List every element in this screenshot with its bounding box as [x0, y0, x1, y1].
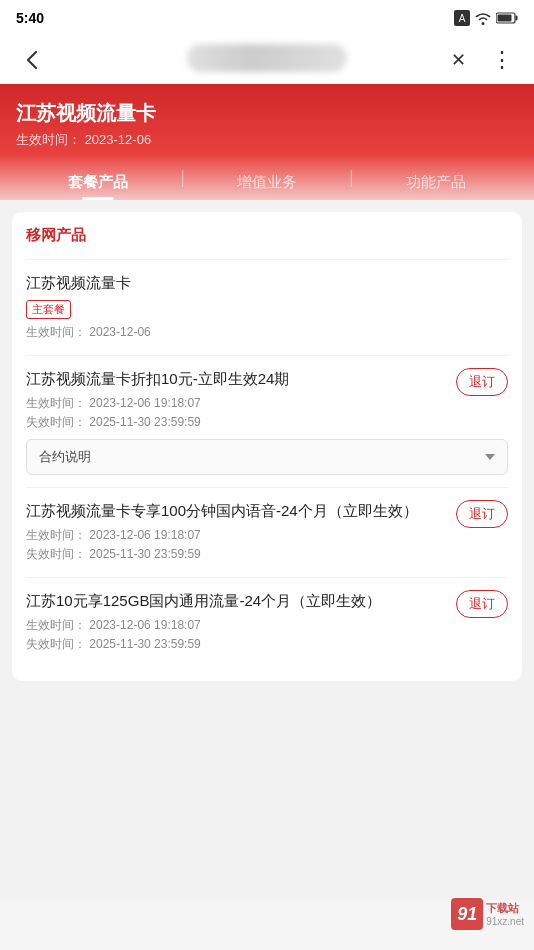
watermark-site: 91xz.net: [486, 916, 524, 927]
svg-rect-2: [498, 15, 512, 22]
watermark-number: 91: [457, 904, 477, 925]
battery-icon: [496, 12, 518, 24]
back-button[interactable]: [16, 44, 48, 76]
effective-label: 生效时间：: [16, 132, 81, 147]
notification-icon: A: [454, 10, 470, 26]
section-card: 移网产品 江苏视频流量卡 主套餐 生效时间： 2023-12-06 退订 江苏视…: [12, 212, 522, 681]
product-name: 江苏视频流量卡: [26, 272, 508, 293]
watermark-text: 下载站 91xz.net: [486, 901, 524, 927]
product-item: 退订 江苏10元享125GB国内通用流量-24个月（立即生效） 生效时间： 20…: [26, 577, 508, 667]
section-title: 移网产品: [26, 226, 508, 245]
product-effective-date: 生效时间： 2023-12-06 19:18:07: [26, 527, 508, 544]
product-item: 退订 江苏视频流量卡折扣10元-立即生效24期 生效时间： 2023-12-06…: [26, 355, 508, 487]
watermark-tagline: 下载站: [486, 901, 524, 916]
tab-function[interactable]: 功能产品: [354, 163, 518, 200]
effective-date-value: 2023-12-06: [85, 132, 152, 147]
product-expiry-date: 失效时间： 2025-11-30 23:59:59: [26, 546, 508, 563]
tab-value-added[interactable]: 增值业务: [185, 163, 349, 200]
product-expiry-date: 失效时间： 2025-11-30 23:59:59: [26, 636, 508, 653]
notification-a: A: [459, 13, 466, 24]
main-content: 移网产品 江苏视频流量卡 主套餐 生效时间： 2023-12-06 退订 江苏视…: [0, 200, 534, 900]
menu-button[interactable]: ⋮: [486, 44, 518, 76]
product-effective-date: 生效时间： 2023-12-06: [26, 324, 508, 341]
tab-package[interactable]: 套餐产品: [16, 163, 180, 200]
header-section: 江苏视频流量卡 生效时间： 2023-12-06 套餐产品 | 增值业务 | 功…: [0, 84, 534, 200]
product-item: 退订 江苏视频流量卡专享100分钟国内语音-24个月（立即生效） 生效时间： 2…: [26, 487, 508, 577]
status-bar: 5:40 A: [0, 0, 534, 36]
nav-left: [16, 44, 48, 76]
status-time: 5:40: [16, 10, 44, 26]
close-button[interactable]: ✕: [442, 44, 474, 76]
watermark-box: 91 下载站 91xz.net: [451, 898, 524, 930]
status-icons: A: [454, 10, 518, 26]
contract-label: 合约说明: [39, 448, 485, 466]
effective-date: 生效时间： 2023-12-06: [16, 131, 518, 149]
badge-zhutao: 主套餐: [26, 300, 71, 319]
tabs-bar: 套餐产品 | 增值业务 | 功能产品: [16, 163, 518, 200]
unsubscribe-button[interactable]: 退订: [456, 590, 508, 618]
nav-bar: ✕ ⋮: [0, 36, 534, 84]
product-expiry-date: 失效时间： 2025-11-30 23:59:59: [26, 414, 508, 431]
unsubscribe-button[interactable]: 退订: [456, 368, 508, 396]
unsubscribe-button[interactable]: 退订: [456, 500, 508, 528]
product-name: 江苏10元享125GB国内通用流量-24个月（立即生效）: [26, 590, 508, 611]
nav-right: ✕ ⋮: [442, 44, 518, 76]
wifi-icon: [474, 11, 492, 25]
product-name: 江苏视频流量卡专享100分钟国内语音-24个月（立即生效）: [26, 500, 508, 521]
contract-dropdown[interactable]: 合约说明: [26, 439, 508, 475]
product-name: 江苏视频流量卡折扣10元-立即生效24期: [26, 368, 508, 389]
product-item: 江苏视频流量卡 主套餐 生效时间： 2023-12-06: [26, 259, 508, 355]
product-effective-date: 生效时间： 2023-12-06 19:18:07: [26, 617, 508, 634]
product-effective-date: 生效时间： 2023-12-06 19:18:07: [26, 395, 508, 412]
nav-title-area: [187, 44, 347, 72]
svg-rect-1: [516, 16, 518, 21]
card-title: 江苏视频流量卡: [16, 100, 518, 127]
chevron-down-icon: [485, 454, 495, 460]
watermark: 91 下载站 91xz.net: [451, 898, 524, 930]
watermark-logo: 91: [451, 898, 483, 930]
nav-title-blurred: [187, 44, 347, 72]
